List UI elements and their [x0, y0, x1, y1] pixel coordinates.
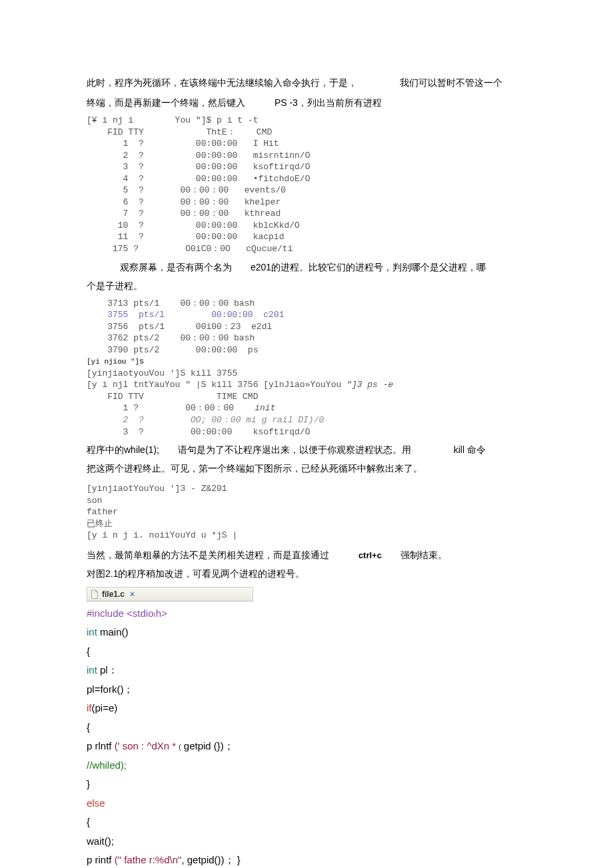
close-icon[interactable]: × [130, 590, 135, 599]
code-l9: //whiled); [87, 756, 526, 775]
p7-b: ctrl+c [358, 550, 382, 560]
t2-l10a: 1 ? 00：00：00 [87, 403, 255, 413]
paragraph-4: 个是子进程。 [87, 276, 526, 295]
t2-l7: [yinjiaotyouVou ']S kill 3755 [87, 368, 237, 378]
para1-text-b: 我们可以暂时不管这一个 [400, 77, 502, 88]
document-page: 此时，程序为死循环，在该终端中无法继续输入命令执行，于是， 我们可以暂时不管这一… [0, 0, 613, 868]
paragraph-3: 观察屏幕，是否有两个名为 e201的进程。比较它们的进程号，判别哪个是父进程，哪 [120, 258, 526, 276]
paragraph-7: 当然，最简单粗暴的方法不是关闭相关进程，而是直接通过 ctrl+c 强制结束。 [87, 546, 526, 564]
code-listing: #include <stdiorh> int main() { int pl： … [87, 604, 526, 868]
t2-l5: 3790 pts/2 00:00:00 ps [87, 345, 258, 355]
p5-a: 程序中的while(1); [87, 444, 159, 455]
paragraph-5: 程序中的while(1); 语句是为了不让程序退出来，以便于你观察进程状态。用 … [87, 440, 526, 459]
t2-l11: 2 ? OO; 00：00 mi g rail DI)/0 [87, 415, 324, 425]
code-l11: else [87, 794, 526, 813]
para2-text-b: PS -3，列出当前所有进程 [275, 97, 382, 108]
file-tab-label: file1.c [102, 590, 125, 599]
paragraph-8: 对图2.1的程序稍加改进，可看见两个进程的进程号。 [87, 564, 526, 583]
code-l4: int pl： [87, 661, 526, 680]
t2-l8: [y i njl tntYauYou " |S kill 3756 [ylnJi… [87, 380, 346, 390]
para3-text-a: 观察屏幕，是否有两个名为 [120, 262, 232, 272]
code-l7: { [87, 718, 526, 737]
p5-b: 语句是为了不让程序退出来，以便于你观察进程状态。用 [178, 444, 411, 455]
para1-text-a: 此时，程序为死循环，在该终端中无法继续输入命令执行，于是， [87, 77, 357, 88]
t2-l1: 3713 pts/1 00：00：00 bash [87, 298, 255, 308]
paragraph-1: 此时，程序为死循环，在该终端中无法继续输入命令执行，于是， 我们可以暂时不管这一… [87, 73, 526, 92]
code-l6: if(pi=e) [87, 699, 526, 718]
code-l3: { [87, 642, 526, 661]
paragraph-2: 终端，而是再新建一个终端，然后键入 PS -3，列出当前所有进程 [87, 93, 526, 112]
terminal-output-3: [yinjiaotYouYou ']3 - Z&201 son father 已… [87, 483, 526, 542]
t2-l10b: init [255, 403, 275, 413]
para2-text-a: 终端，而是再新建一个终端，然后键入 [87, 97, 245, 108]
p7-a: 当然，最简单粗暴的方法不是关闭相关进程，而是直接通过 [87, 550, 329, 560]
para3-text-b: e201的进程。比较它们的进程号，判别哪个是父进程，哪 [251, 262, 486, 272]
t2-l3: 3756 pts/1 00i00：23 e2dl [87, 322, 272, 332]
code-l12: { [87, 813, 526, 832]
code-l10: } [87, 775, 526, 794]
t2-l4: 3762 pts/2 00：00：00 bash [87, 333, 255, 343]
file-icon [90, 590, 99, 599]
terminal-output-2: 3713 pts/1 00：00：00 bash 3755 pts/l 00:0… [87, 298, 526, 438]
paragraph-6: 把这两个进程终止。可见，第一个终端如下图所示，已经从死循环中解救出来了。 [87, 459, 526, 478]
code-l8: p rlntf (' son : ^dXn * ( getpid (})； [87, 737, 526, 756]
editor-tab-bar: file1.c × [87, 587, 253, 602]
terminal-output-1: [¥ i nj i You "]$ p i t -t FID TTY ThtE：… [87, 115, 526, 255]
t2-l2: 3755 pts/l 00:00:00 c201 [87, 310, 284, 320]
file-tab[interactable]: file1.c × [90, 590, 135, 599]
t2-l8b: "]3 ps -e [346, 380, 393, 390]
t2-l9: FID TTV TIME CMD [87, 392, 258, 402]
t2-l12: 3 ? 00:00:00 ksoftirqd/O [87, 427, 310, 437]
p5-c: kill 命令 [454, 444, 486, 455]
code-l2: int main() [87, 623, 526, 642]
t2-l6: [yi njiou "]S [87, 358, 144, 366]
code-l5: pl=fork()； [87, 680, 526, 699]
code-l13: wait(); [87, 832, 526, 851]
p7-c: 强制结束。 [400, 550, 447, 560]
code-l1: #include <stdiorh> [87, 604, 526, 624]
code-l14: p rintf (" fathe r:%d\n", getpid())； } [87, 851, 526, 868]
